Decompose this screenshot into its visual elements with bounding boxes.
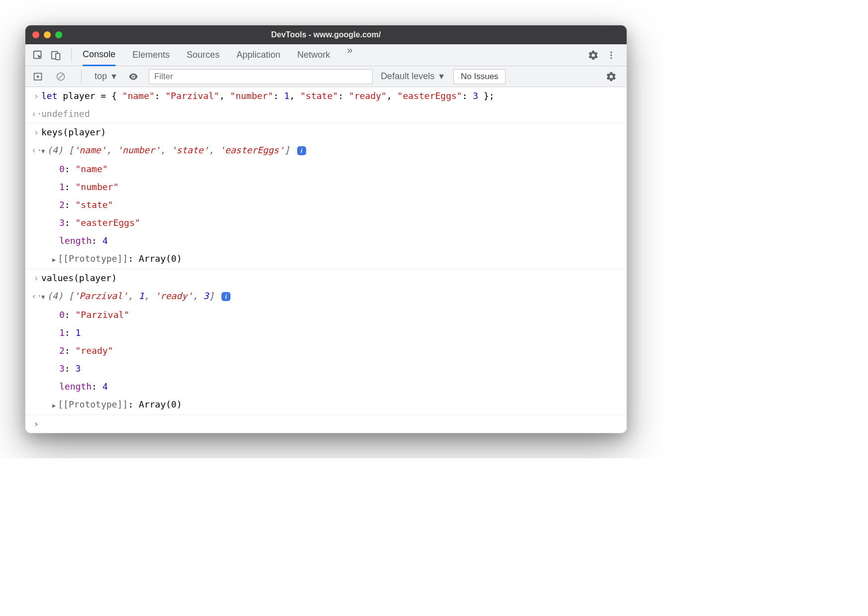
- svg-rect-2: [56, 53, 60, 60]
- chevron-down-icon: ▼: [110, 72, 118, 81]
- tab-sources[interactable]: Sources: [187, 44, 219, 66]
- array-item: 0: "Parzival": [25, 306, 627, 324]
- prototype-row[interactable]: [[Prototype]]: Array(0): [25, 250, 627, 269]
- console-toolbar: top ▼ Default levels ▼ No Issues: [25, 66, 627, 87]
- code-line: keys(player): [41, 125, 622, 139]
- info-icon[interactable]: i: [297, 146, 306, 155]
- filter-input[interactable]: [149, 69, 373, 84]
- svg-point-5: [610, 57, 612, 59]
- issues-button[interactable]: No Issues: [453, 69, 506, 84]
- context-selector[interactable]: top ▼: [92, 70, 121, 83]
- console-output: › let player = { "name": "Parzival", "nu…: [25, 87, 627, 433]
- console-result-row: ‹· (4) ['Parzival', 1, 'ready', 3] i: [25, 287, 627, 306]
- console-prompt[interactable]: ›: [25, 415, 627, 433]
- tab-application[interactable]: Application: [236, 44, 280, 66]
- console-input-row[interactable]: › keys(player): [25, 123, 627, 141]
- console-result-row: ‹· (4) ['name', 'number', 'state', 'east…: [25, 141, 627, 160]
- separator: [81, 70, 82, 84]
- svg-point-4: [610, 54, 612, 56]
- disclosure-triangle-icon[interactable]: [52, 398, 56, 412]
- disclosure-triangle-icon[interactable]: [52, 252, 56, 267]
- minimize-icon[interactable]: [44, 31, 51, 38]
- traffic-lights: [32, 31, 62, 38]
- array-item: 2: "state": [25, 196, 627, 214]
- array-item: 1: "number": [25, 178, 627, 196]
- console-settings-icon[interactable]: [604, 69, 619, 84]
- console-input-row[interactable]: › let player = { "name": "Parzival", "nu…: [25, 87, 627, 105]
- maximize-icon[interactable]: [55, 31, 62, 38]
- devtools-window: DevTools - www.google.com/ Console Eleme…: [25, 25, 627, 433]
- disclosure-triangle-icon[interactable]: [41, 289, 45, 304]
- device-toggle-icon[interactable]: [48, 48, 63, 63]
- undefined-result: undefined: [41, 107, 622, 121]
- input-chevron-icon: ›: [31, 271, 41, 285]
- context-label: top: [95, 71, 107, 82]
- array-item: 3: "easterEggs": [25, 214, 627, 232]
- titlebar: DevTools - www.google.com/: [25, 25, 627, 44]
- array-preview[interactable]: (4) ['name', 'number', 'state', 'easterE…: [41, 143, 622, 158]
- array-preview[interactable]: (4) ['Parzival', 1, 'ready', 3] i: [41, 289, 622, 304]
- prototype-row[interactable]: [[Prototype]]: Array(0): [25, 396, 627, 415]
- window-title: DevTools - www.google.com/: [25, 30, 627, 39]
- tab-console[interactable]: Console: [83, 44, 115, 66]
- tab-elements[interactable]: Elements: [132, 44, 170, 66]
- array-length: length: 4: [25, 378, 627, 396]
- issues-label: No Issues: [461, 72, 499, 82]
- tab-network[interactable]: Network: [297, 44, 330, 66]
- prompt-chevron-icon: ›: [31, 417, 41, 431]
- close-icon[interactable]: [32, 31, 39, 38]
- code-line: let player = { "name": "Parzival", "numb…: [41, 89, 622, 103]
- clear-console-icon[interactable]: [53, 69, 68, 84]
- svg-point-3: [610, 51, 612, 53]
- array-item: 2: "ready": [25, 342, 627, 360]
- array-item: 3: 3: [25, 360, 627, 378]
- output-chevron-icon: ‹·: [31, 107, 41, 121]
- output-chevron-icon: ‹·: [31, 289, 41, 304]
- svg-rect-0: [34, 51, 41, 58]
- kebab-menu-icon[interactable]: [604, 48, 619, 63]
- console-input-row[interactable]: › values(player): [25, 269, 627, 287]
- console-result-row: ‹· undefined: [25, 105, 627, 123]
- disclosure-triangle-icon[interactable]: [41, 143, 45, 158]
- panel-tabs: Console Elements Sources Application Net…: [77, 44, 352, 66]
- more-tabs-icon[interactable]: »: [347, 44, 352, 66]
- settings-icon[interactable]: [586, 48, 601, 63]
- array-item: 0: "name": [25, 160, 627, 178]
- code-line: values(player): [41, 271, 622, 285]
- main-tabbar: Console Elements Sources Application Net…: [25, 44, 627, 66]
- inspect-icon[interactable]: [30, 48, 45, 63]
- array-length: length: 4: [25, 232, 627, 250]
- output-chevron-icon: ‹·: [31, 143, 41, 158]
- levels-label: Default levels: [381, 71, 434, 82]
- info-icon[interactable]: i: [221, 292, 230, 301]
- prompt-input[interactable]: [41, 417, 622, 431]
- log-levels-selector[interactable]: Default levels ▼: [378, 71, 448, 82]
- sidebar-toggle-icon[interactable]: [30, 69, 45, 84]
- chevron-down-icon: ▼: [437, 72, 445, 81]
- input-chevron-icon: ›: [31, 89, 41, 103]
- live-expression-icon[interactable]: [126, 69, 141, 84]
- input-chevron-icon: ›: [31, 125, 41, 139]
- array-item: 1: 1: [25, 324, 627, 342]
- separator: [71, 48, 72, 62]
